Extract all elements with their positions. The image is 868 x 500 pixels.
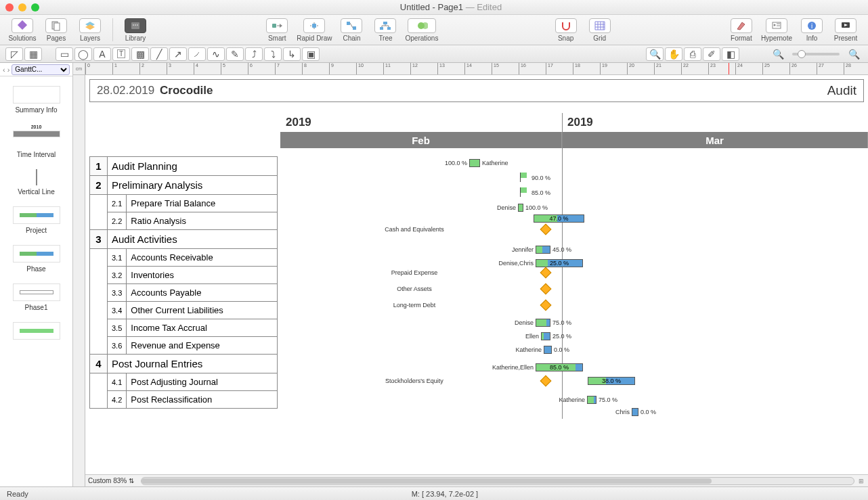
gantt-bar[interactable]: 85.0 %	[280, 186, 550, 200]
sidebar-item-project[interactable]: Project	[0, 201, 72, 240]
pages-button[interactable]: Pages	[42, 18, 70, 42]
zoom-select[interactable]: Custom 83%⇅	[85, 477, 137, 484]
line-tool[interactable]: ╱	[150, 47, 168, 61]
task-row[interactable]: 4.1Post Adjusting Journal	[90, 373, 278, 391]
connector2-tool[interactable]: ⤵	[264, 47, 282, 61]
sidebar-item-2010[interactable]: 2010	[0, 119, 72, 145]
task-row[interactable]: 3.3Accounts Payable	[90, 284, 278, 302]
gantt-bar[interactable]: Denise75.0 %	[280, 316, 571, 329]
stamp-tool[interactable]: ▣	[302, 47, 320, 61]
doc-name: Crocodile	[160, 84, 213, 97]
rapid-draw-button[interactable]: Rapid Draw	[297, 18, 332, 42]
connector3-tool[interactable]: ↳	[283, 47, 301, 61]
zoom-out-icon[interactable]: 🔍	[769, 47, 787, 61]
sidebar-item-time-interval[interactable]: Time Interval	[0, 145, 72, 164]
task-row[interactable]: 3.1Accounts Receivable	[90, 249, 278, 267]
document-canvas[interactable]: 28.02.2019 Crocodile Audit 1Audit Planni…	[85, 75, 868, 474]
gantt-bar[interactable]: Ellen25.0 %	[280, 329, 571, 343]
status-bar: Ready M: [ 23.94, 7.2e-02 ]	[0, 486, 868, 500]
gantt-bar[interactable]: Long-term Debt	[280, 298, 550, 312]
gantt-bar[interactable]: Stockholders's Equity	[280, 374, 550, 388]
zoom-slider[interactable]	[792, 53, 840, 55]
tree-button[interactable]: Tree	[371, 18, 399, 42]
spline-tool[interactable]: ∿	[207, 47, 225, 61]
task-row[interactable]: 2.2Ratio Analysis	[90, 212, 278, 230]
task-row[interactable]: 3Audit Activities	[90, 230, 278, 249]
smart-button[interactable]: Smart	[263, 18, 291, 42]
task-row[interactable]: 1Audit Planning	[90, 157, 278, 176]
svg-rect-2	[54, 23, 60, 30]
close-icon[interactable]	[5, 3, 14, 12]
text-tool[interactable]: A	[93, 47, 111, 61]
pointer-tool[interactable]: ◸	[5, 47, 23, 61]
window-title: Untitled - Page1 — Edited	[39, 2, 863, 12]
minimize-icon[interactable]	[18, 3, 26, 12]
solutions-button[interactable]: Solutions	[8, 18, 37, 42]
chain-button[interactable]: Chain	[337, 18, 366, 42]
zoom-in-icon[interactable]: 🔍	[845, 47, 863, 61]
nav-forward-icon[interactable]: ›	[7, 66, 10, 74]
rectangle-tool[interactable]: ▭	[56, 47, 73, 61]
sidebar-item-phase1[interactable]: Phase1	[0, 278, 72, 317]
connector1-tool[interactable]: ⤴	[245, 47, 263, 61]
chart-column: 2019 2019 Feb Mar 100.0 %Katherine90.0 %…	[280, 113, 868, 474]
task-row[interactable]: 3.4Other Current Liabilities	[90, 302, 278, 319]
hypernote-button[interactable]: Hypernote	[761, 18, 792, 42]
layers-button[interactable]: Layers	[76, 18, 104, 42]
milestone-icon	[540, 283, 552, 295]
crop-tool[interactable]: ⎙	[684, 47, 701, 61]
info-button[interactable]: iInfo	[798, 18, 826, 42]
canvas-area: cm 0123456789101112131415161718192021222…	[73, 63, 868, 486]
pen-tool[interactable]: ✎	[226, 47, 244, 61]
task-row[interactable]: 4Post Journal Entries	[90, 355, 278, 373]
gantt-bar[interactable]: 38.0 %	[588, 374, 635, 388]
sidebar-item-vertical-line[interactable]: Vertical Line	[0, 164, 72, 201]
task-row[interactable]: 2Preliminary Analysis	[90, 176, 278, 195]
library-button[interactable]: Library	[121, 18, 150, 42]
marquee-tool[interactable]: ▦	[24, 47, 42, 61]
ellipse-tool[interactable]: ◯	[74, 47, 92, 61]
eraser-tool[interactable]: ◧	[722, 47, 739, 61]
svg-rect-16	[387, 27, 391, 30]
curve-tool[interactable]: ⟋	[188, 47, 206, 61]
hand-tool[interactable]: ✋	[665, 47, 682, 61]
task-row[interactable]: 3.2Inventories	[90, 267, 278, 284]
gantt-bar[interactable]: Katherine0.0 %	[280, 343, 569, 357]
tools-toolbar: ◸ ▦ ▭ ◯ A T ▩ ╱ ↗ ⟋ ∿ ✎ ⤴ ⤵ ↳ ▣ 🔍 ✋ ⎙ ✐ …	[0, 45, 868, 63]
gantt-bar[interactable]: 100.0 %Katherine	[280, 156, 508, 170]
task-row[interactable]: 3.5Income Tax Accrual	[90, 319, 278, 337]
gantt-bar[interactable]: Chris0.0 %	[280, 405, 656, 419]
horizontal-scrollbar[interactable]	[141, 477, 854, 485]
gantt-bar[interactable]: Jennifer45.0 %	[280, 243, 571, 256]
gantt-bar[interactable]: Cash and Equivalents	[280, 223, 550, 236]
callout-tool[interactable]: ▩	[131, 47, 149, 61]
snap-button[interactable]: Snap	[552, 18, 580, 42]
task-row[interactable]: 3.6Revenue and Expense	[90, 337, 278, 355]
gantt-bar[interactable]: Other Assets	[280, 282, 550, 296]
library-dropdown[interactable]: GanttC...	[12, 64, 70, 75]
nav-back-icon[interactable]: ‹	[3, 66, 5, 74]
gantt-bar[interactable]: Katherine75.0 %	[280, 393, 617, 407]
svg-rect-14	[383, 22, 387, 24]
grid-button[interactable]: Grid	[586, 18, 614, 42]
eyedropper-tool[interactable]: ✐	[703, 47, 720, 61]
gantt-bar[interactable]: Katherine,Ellen85.0 %	[280, 361, 583, 374]
sidebar-item-summary[interactable]: Summary Info	[0, 81, 72, 119]
operations-button[interactable]: Operations	[405, 18, 438, 42]
sidebar-item-extra[interactable]	[0, 317, 72, 348]
zoom-tool[interactable]: 🔍	[646, 47, 664, 61]
svg-rect-0	[18, 20, 27, 30]
format-button[interactable]: Format	[727, 18, 756, 42]
milestone-icon	[540, 376, 552, 387]
sidebar-item-phase[interactable]: Phase	[0, 240, 72, 278]
task-row[interactable]: 4.2Post Reclassification	[90, 391, 278, 409]
task-row[interactable]: 2.1Prepare Trial Balance	[90, 195, 278, 212]
present-button[interactable]: Present	[831, 18, 860, 42]
task-table: 1Audit Planning2Preliminary Analysis2.1P…	[89, 156, 278, 409]
grid-toggle-icon[interactable]: ⊞	[859, 478, 868, 484]
gantt-bar[interactable]: Prepaid Expense	[280, 266, 550, 279]
arrow-tool[interactable]: ↗	[169, 47, 187, 61]
gantt-bar[interactable]: 90.0 %	[280, 171, 550, 185]
maximize-icon[interactable]	[31, 3, 39, 12]
textbox-tool[interactable]: T	[112, 47, 130, 61]
